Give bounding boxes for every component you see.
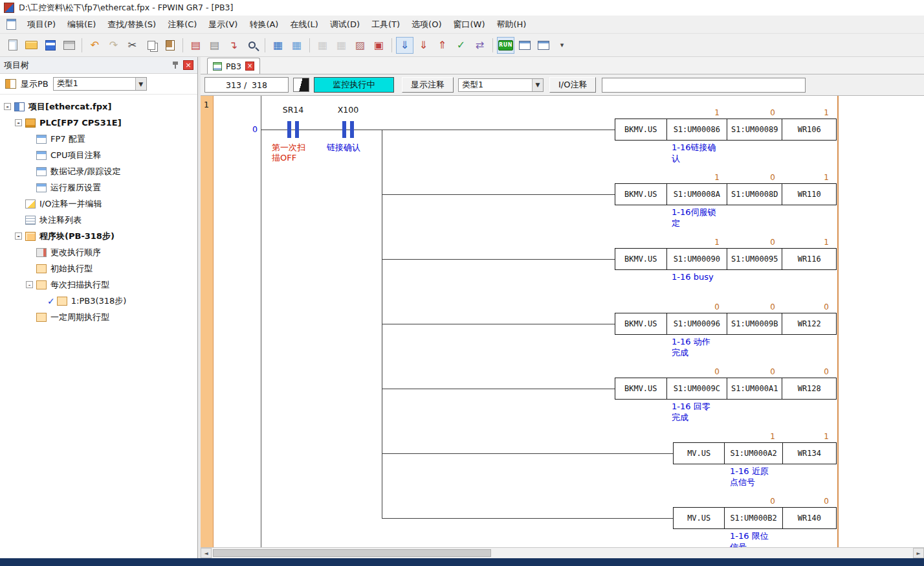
scroll-right-button[interactable]: ► xyxy=(913,548,924,558)
show-comment-button[interactable]: 显示注释 xyxy=(402,77,454,93)
find-icon[interactable] xyxy=(243,37,261,54)
tree-item-10[interactable]: 更改执行顺序 xyxy=(0,244,197,260)
instruction-cell[interactable]: S1:UM0008D xyxy=(727,184,783,205)
instruction-cell[interactable]: S1:UM0009C xyxy=(667,378,727,399)
menu-item-5[interactable]: 显示(V) xyxy=(203,16,243,34)
upload-from-plc-icon[interactable]: ⇑ xyxy=(434,37,451,54)
download-to-plc-icon[interactable]: ⇓ xyxy=(415,37,432,54)
cut-icon[interactable]: ✂ xyxy=(124,37,141,54)
pb-convert-all-icon[interactable]: ▦ xyxy=(288,37,305,54)
menu-item-3[interactable]: 查找/替换(S) xyxy=(102,16,162,34)
scroll-track[interactable] xyxy=(212,548,913,558)
ladder-canvas[interactable]: 10BKMV.USS1:UM00086S1:UM00089WR1061011-1… xyxy=(201,96,924,547)
menu-item-9[interactable]: 工具(T) xyxy=(366,16,406,34)
child-window-icon[interactable] xyxy=(6,19,16,30)
menu-item-7[interactable]: 在线(L) xyxy=(284,16,324,34)
instruction-cell[interactable]: S1:UM000B2 xyxy=(725,508,782,528)
instruction-block[interactable]: BKMV.USS1:UM00090S1:UM00095WR116 xyxy=(615,248,837,270)
online-mode-icon[interactable]: ⇓ xyxy=(396,37,413,54)
contact-X100[interactable] xyxy=(350,121,354,138)
toolbar-options-icon[interactable]: ▾ xyxy=(553,37,571,54)
instruction-cell[interactable]: WR106 xyxy=(782,119,836,140)
tree-item-2[interactable]: -PLC[FP7 CPS31E] xyxy=(0,115,197,131)
redo-icon[interactable]: ↷ xyxy=(105,37,122,54)
menu-item-12[interactable]: 帮助(H) xyxy=(490,16,532,34)
monitor-status-badge[interactable]: 监控执行中 xyxy=(314,77,394,93)
instruction-cell[interactable]: BKMV.US xyxy=(615,119,667,140)
tree-item-13[interactable]: ✓1:PB3(318步) xyxy=(0,293,197,309)
instruction-block[interactable]: MV.USS1:UM000A2WR134 xyxy=(673,442,837,464)
contact-SR14[interactable] xyxy=(287,121,291,138)
tree-expander[interactable]: - xyxy=(15,119,22,126)
instruction-cell[interactable]: S1:UM000A1 xyxy=(727,378,783,399)
instruction-cell[interactable]: BKMV.US xyxy=(615,313,667,334)
menu-item-11[interactable]: 窗口(W) xyxy=(447,16,490,34)
menu-item-6[interactable]: 转换(A) xyxy=(243,16,284,34)
instruction-cell[interactable]: MV.US xyxy=(674,443,725,464)
cross-reference-icon[interactable]: ⇄ xyxy=(471,37,489,54)
comment-type-combo[interactable]: 类型1 ▼ xyxy=(458,78,544,92)
program-check-icon[interactable]: ✓ xyxy=(452,37,470,54)
pb-convert-icon[interactable]: ▦ xyxy=(269,37,287,54)
scroll-thumb[interactable] xyxy=(213,549,491,557)
tree-item-8[interactable]: 块注释列表 xyxy=(0,212,197,228)
show-pb-button[interactable]: 显示PB xyxy=(21,78,49,90)
pb-filter-icon[interactable] xyxy=(5,79,16,89)
instruction-cell[interactable]: S1:UM00096 xyxy=(667,313,727,334)
instruction-cell[interactable]: BKMV.US xyxy=(615,378,667,399)
instruction-cell[interactable]: S1:UM00089 xyxy=(727,119,783,140)
run-prog-mode-icon[interactable]: RUN xyxy=(497,37,514,54)
undo-icon[interactable]: ↶ xyxy=(86,37,104,54)
tree-expander[interactable]: - xyxy=(4,103,11,110)
instruction-cell[interactable]: S1:UM0008A xyxy=(667,184,727,205)
copy-icon[interactable] xyxy=(142,37,160,54)
instruction-cell[interactable]: WR134 xyxy=(783,443,836,464)
menu-item-1[interactable]: 项目(P) xyxy=(21,16,61,34)
tree-expander[interactable]: - xyxy=(15,232,22,240)
jump-to-step-icon[interactable]: ↴ xyxy=(225,37,242,54)
chevron-down-icon[interactable]: ▼ xyxy=(532,79,543,91)
tree-item-14[interactable]: 一定周期执行型 xyxy=(0,309,197,325)
instruction-cell[interactable]: S1:UM000A2 xyxy=(725,443,782,464)
instruction-cell[interactable]: WR128 xyxy=(782,378,836,399)
instruction-cell[interactable]: S1:UM00086 xyxy=(667,119,727,140)
tree-item-4[interactable]: CPU项目注释 xyxy=(0,147,197,163)
comment-input[interactable] xyxy=(602,78,806,93)
instruction-block[interactable]: BKMV.USS1:UM0008AS1:UM0008DWR110 xyxy=(615,183,837,205)
menu-item-10[interactable]: 选项(O) xyxy=(406,16,447,34)
chevron-down-icon[interactable]: ▼ xyxy=(135,78,146,90)
tab-close-button[interactable]: × xyxy=(245,62,254,71)
print-icon[interactable] xyxy=(60,37,78,54)
instruction-cell[interactable]: MV.US xyxy=(674,508,725,528)
paste-icon[interactable] xyxy=(161,37,179,54)
tree-item-6[interactable]: 运行履历设置 xyxy=(0,179,197,196)
tree-item-12[interactable]: -每次扫描执行型 xyxy=(0,277,197,293)
contact-SR14[interactable] xyxy=(295,121,299,138)
instruction-cell[interactable]: BKMV.US xyxy=(615,249,667,269)
sampling-trace-icon[interactable]: ▨ xyxy=(351,37,369,54)
instruction-cell[interactable]: S1:UM0009B xyxy=(727,313,783,334)
save-file-icon[interactable] xyxy=(41,37,59,54)
instruction-block[interactable]: BKMV.USS1:UM0009CS1:UM000A1WR128 xyxy=(615,378,837,400)
menu-item-8[interactable]: 调试(D) xyxy=(324,16,366,34)
monitor-mode-icon[interactable] xyxy=(293,78,309,92)
instruction-block[interactable]: BKMV.USS1:UM00096S1:UM0009BWR122 xyxy=(615,313,837,335)
menu-item-2[interactable]: 编辑(E) xyxy=(61,16,102,34)
contact-X100[interactable] xyxy=(342,121,346,138)
scroll-left-button[interactable]: ◄ xyxy=(201,548,212,558)
instruction-cell[interactable]: WR140 xyxy=(783,508,836,528)
monitor-window-1-icon[interactable] xyxy=(516,37,533,54)
tab-pb3[interactable]: PB3 × xyxy=(207,58,260,74)
delete-ladder-row-icon[interactable]: ▤ xyxy=(206,37,223,54)
insert-ladder-row-icon[interactable]: ▤ xyxy=(187,37,204,54)
status-display-icon[interactable]: ▣ xyxy=(370,37,388,54)
tree-expander[interactable]: - xyxy=(26,281,33,288)
tree-item-9[interactable]: -程序块(PB-318步) xyxy=(0,228,197,244)
new-file-icon[interactable] xyxy=(4,37,21,54)
monitor-window-2-icon[interactable] xyxy=(534,37,552,54)
tree-type-combo[interactable]: 类型1 ▼ xyxy=(53,77,147,91)
pin-icon[interactable] xyxy=(171,61,179,69)
tree-item-11[interactable]: 初始执行型 xyxy=(0,260,197,277)
instruction-cell[interactable]: WR116 xyxy=(782,249,836,269)
horizontal-scrollbar[interactable]: ◄ ► xyxy=(201,547,924,558)
